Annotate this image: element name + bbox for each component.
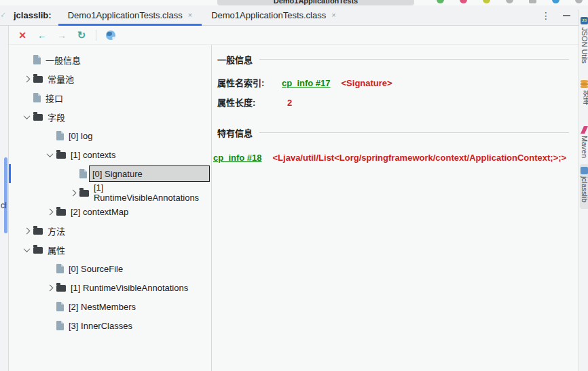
debug-icon[interactable] bbox=[460, 0, 467, 3]
jclasslib-panel: ✕ ← → ↻ 一般信息 常量池 接口 字段 bbox=[9, 26, 578, 371]
section-rule bbox=[259, 132, 569, 133]
ide-toolbar-fragment: Demo1ApplicationTests bbox=[0, 0, 588, 5]
tab-close-icon[interactable]: × bbox=[331, 12, 335, 19]
attribute-length-row: 属性长度: 2 bbox=[217, 96, 569, 109]
panel-title: jclasslib: bbox=[0, 10, 58, 20]
tree-item-label: 属性 bbox=[48, 243, 65, 256]
tree-item-innerclasses[interactable]: [3] InnerClasses bbox=[9, 316, 211, 335]
section-specific-info: 特有信息 bbox=[217, 126, 569, 139]
tree-item-field-contextmap[interactable]: [2] contextMap bbox=[9, 202, 211, 221]
section-title: 一般信息 bbox=[217, 53, 253, 66]
tree-item-field-log[interactable]: [0] log bbox=[9, 126, 211, 145]
toolwindow-tab-json-utils[interactable]: JSON Utils bbox=[581, 27, 588, 64]
file-icon bbox=[56, 264, 64, 273]
tree-item-label: [1] contexts bbox=[71, 150, 115, 160]
chevron-right-icon[interactable] bbox=[23, 75, 30, 82]
tab-demo1-application-tests-2[interactable]: Demo1ApplicationTests.class × bbox=[202, 5, 346, 25]
chevron-right-icon[interactable] bbox=[46, 208, 53, 215]
tab-close-icon[interactable]: × bbox=[188, 12, 192, 19]
section-general-info: 一般信息 bbox=[217, 53, 569, 66]
more-options-icon[interactable]: ⋮ bbox=[541, 10, 551, 21]
tree-item-methods[interactable]: 方法 bbox=[9, 221, 211, 240]
resolved-signature: <Ljava/util/List<Lorg/springframework/co… bbox=[273, 153, 567, 163]
folder-icon bbox=[33, 247, 43, 254]
tree-item-interfaces[interactable]: 接口 bbox=[9, 88, 211, 107]
tab-label: Demo1ApplicationTests.class bbox=[211, 10, 326, 20]
stop-icon[interactable] bbox=[529, 0, 536, 3]
left-clipped-panel: cl bbox=[0, 26, 9, 371]
tree-item-constant-pool[interactable]: 常量池 bbox=[9, 69, 211, 88]
tree-item-label: [0] Signature bbox=[92, 169, 143, 179]
folder-icon bbox=[79, 190, 89, 197]
run-icon[interactable] bbox=[437, 0, 444, 3]
file-icon bbox=[33, 93, 41, 102]
selection-stripe bbox=[9, 164, 11, 183]
tab-label: Demo1ApplicationTests.class bbox=[68, 10, 183, 20]
toolwindow-tab-maven[interactable]: Maven bbox=[581, 136, 588, 158]
chevron-down-icon[interactable] bbox=[23, 246, 30, 252]
tree-item-label: 接口 bbox=[45, 92, 63, 104]
tree-item-attributes[interactable]: 属性 bbox=[9, 240, 211, 259]
signature-index-row: cp_info #18 <Ljava/util/List<Lorg/spring… bbox=[217, 153, 569, 163]
field-label: 属性长度: bbox=[217, 96, 282, 109]
tree-item-label: 字段 bbox=[48, 111, 65, 123]
tree-item-runtime-visible-annotations[interactable]: [1] RuntimeVisibleAnnotations bbox=[9, 183, 211, 202]
tree-item-field-contexts[interactable]: [1] contexts bbox=[9, 145, 211, 164]
folder-icon bbox=[56, 209, 66, 216]
chevron-right-icon[interactable] bbox=[69, 189, 76, 196]
selected-item-box: [0] Signature bbox=[89, 165, 210, 182]
coins-icon bbox=[581, 80, 588, 83]
field-label: 属性名索引: bbox=[217, 76, 282, 89]
search-icon[interactable] bbox=[552, 0, 559, 3]
forward-button[interactable]: → bbox=[55, 28, 69, 42]
folder-icon bbox=[56, 285, 66, 292]
settings-icon[interactable] bbox=[575, 0, 583, 3]
tree-item-label: [1] RuntimeVisibleAnnotations bbox=[71, 283, 188, 293]
tab-demo1-application-tests-1[interactable]: Demo1ApplicationTests.class × bbox=[58, 5, 202, 25]
toolwindow-tab-jclasslib[interactable]: jclasslib bbox=[581, 176, 588, 203]
chevron-down-icon[interactable] bbox=[23, 113, 30, 119]
folder-icon bbox=[56, 152, 66, 159]
web-button[interactable] bbox=[104, 28, 117, 42]
tree-item-label: [0] SourceFile bbox=[69, 264, 123, 274]
refresh-button[interactable]: ↻ bbox=[75, 28, 88, 42]
cp-info-link[interactable]: cp_info #17 bbox=[282, 78, 331, 88]
tree-item-label: [1] RuntimeVisibleAnnotations bbox=[94, 182, 211, 203]
toolbar-separator bbox=[96, 30, 96, 41]
maven-icon bbox=[581, 126, 588, 134]
cp-info-link[interactable]: cp_info #18 bbox=[213, 153, 262, 163]
file-icon bbox=[79, 169, 87, 178]
field-value: 2 bbox=[287, 98, 292, 108]
file-icon bbox=[56, 302, 64, 311]
back-button[interactable]: ← bbox=[35, 28, 49, 42]
attribute-detail-pane: 一般信息 属性名索引: cp_info #17 <Signature> 属性长度… bbox=[212, 45, 578, 371]
tree-item-nestmembers[interactable]: [2] NestMembers bbox=[9, 297, 211, 316]
coverage-icon[interactable] bbox=[483, 0, 490, 3]
folder-icon bbox=[33, 76, 43, 83]
tree-item-attr-runtime-visible-annotations[interactable]: [1] RuntimeVisibleAnnotations bbox=[9, 278, 211, 297]
jclasslib-toolbar: ✕ ← → ↻ bbox=[9, 26, 578, 45]
scrollbar-thumb[interactable] bbox=[4, 157, 7, 233]
tree-item-label: 方法 bbox=[48, 224, 65, 237]
jclasslib-icon bbox=[581, 167, 588, 174]
file-icon bbox=[56, 131, 64, 140]
json-utils-icon: JS bbox=[581, 17, 588, 24]
tree-item-signature[interactable]: [0] Signature bbox=[9, 164, 211, 183]
run-config-combo[interactable]: Demo1ApplicationTests bbox=[217, 0, 414, 5]
tree-item-general-info[interactable]: 一般信息 bbox=[9, 50, 211, 69]
resolved-value: <Signature> bbox=[342, 78, 392, 88]
clipped-tree-text: cl bbox=[1, 201, 7, 210]
jclasslib-tabbar: ↓ jclasslib: Demo1ApplicationTests.class… bbox=[0, 5, 588, 26]
tree-item-sourcefile[interactable]: [0] SourceFile bbox=[9, 259, 211, 278]
chevron-right-icon[interactable] bbox=[23, 227, 30, 234]
tree-item-label: 一般信息 bbox=[45, 54, 81, 66]
file-icon bbox=[56, 321, 64, 330]
chevron-down-icon[interactable] bbox=[46, 151, 53, 157]
folder-icon bbox=[33, 114, 43, 121]
minimize-icon[interactable] bbox=[563, 15, 570, 16]
profile-icon[interactable] bbox=[506, 0, 513, 3]
chevron-right-icon[interactable] bbox=[46, 284, 53, 291]
toolwindow-tab-efficiency[interactable]: 效率 bbox=[581, 90, 588, 105]
tree-item-fields[interactable]: 字段 bbox=[9, 107, 211, 126]
close-button[interactable]: ✕ bbox=[16, 28, 29, 42]
